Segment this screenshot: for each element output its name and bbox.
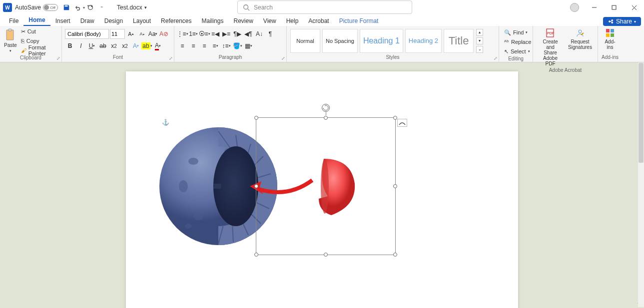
- increase-indent-button[interactable]: ▶≡: [221, 29, 231, 39]
- format-painter-button[interactable]: 🖌Format Painter: [19, 46, 58, 55]
- tab-home[interactable]: Home: [23, 15, 50, 26]
- clipboard-launcher[interactable]: ⤢: [56, 56, 60, 61]
- document-title[interactable]: Test.docx ▾: [117, 4, 147, 11]
- styles-more-icon[interactable]: ⌄: [476, 46, 483, 53]
- tab-file[interactable]: File: [4, 16, 23, 26]
- font-color-button[interactable]: A▾: [153, 41, 163, 51]
- word-app-icon: W: [3, 3, 12, 12]
- resize-handle-tl[interactable]: [254, 116, 258, 120]
- redo-button[interactable]: [85, 2, 96, 13]
- subscript-button[interactable]: x2: [109, 41, 119, 51]
- superscript-button[interactable]: x2: [120, 41, 130, 51]
- resize-handle-ml[interactable]: [254, 184, 258, 188]
- bold-button[interactable]: B: [65, 41, 75, 51]
- document-area[interactable]: ⚓: [0, 62, 644, 308]
- tab-review[interactable]: Review: [229, 16, 258, 26]
- style-title[interactable]: Title: [444, 29, 474, 53]
- highlight-button[interactable]: ab▾: [142, 41, 152, 51]
- change-case-button[interactable]: Aa▾: [148, 29, 158, 39]
- resize-handle-br[interactable]: [393, 253, 397, 257]
- font-size-select[interactable]: [110, 29, 125, 39]
- resize-handle-bl[interactable]: [254, 253, 258, 257]
- tab-acrobat[interactable]: Acrobat: [303, 16, 334, 26]
- styles-launcher[interactable]: ⤢: [494, 56, 498, 61]
- tab-insert[interactable]: Insert: [50, 16, 75, 26]
- align-left-button[interactable]: ≡: [177, 41, 187, 51]
- create-pdf-button[interactable]: PDF Create and Share Adobe PDF: [536, 27, 565, 67]
- layout-options-button[interactable]: [397, 119, 407, 127]
- decrease-indent-button[interactable]: ≡◀: [210, 29, 220, 39]
- font-launcher[interactable]: ⤢: [169, 56, 173, 61]
- tab-references[interactable]: References: [156, 16, 196, 26]
- resize-handle-tr[interactable]: [393, 116, 397, 120]
- bullets-button[interactable]: ⋮≡▾: [177, 29, 187, 39]
- sort-button[interactable]: A↓: [254, 29, 264, 39]
- share-button[interactable]: Share ▾: [603, 17, 641, 26]
- style-heading1[interactable]: Heading 1: [360, 29, 403, 53]
- tab-picture-format[interactable]: Picture Format: [334, 16, 384, 26]
- search-input[interactable]: Search: [237, 0, 412, 14]
- numbering-button[interactable]: 1≡▾: [188, 29, 198, 39]
- tab-layout[interactable]: Layout: [128, 16, 156, 26]
- paragraph-launcher[interactable]: ⤢: [281, 56, 285, 61]
- underline-button[interactable]: U▾: [87, 41, 97, 51]
- find-button[interactable]: 🔍Find▾: [502, 28, 533, 37]
- tab-view[interactable]: View: [258, 16, 281, 26]
- align-right-button[interactable]: ≡: [199, 41, 209, 51]
- styles-up-icon[interactable]: ▴: [476, 29, 483, 36]
- save-button[interactable]: [61, 2, 72, 13]
- maximize-button[interactable]: [604, 0, 624, 15]
- multilevel-button[interactable]: ⦿≡▾: [199, 29, 209, 39]
- resize-handle-mr[interactable]: [393, 184, 397, 188]
- style-normal[interactable]: Normal: [290, 29, 320, 53]
- svg-text:PDF: PDF: [547, 31, 554, 35]
- borders-button[interactable]: ▦▾: [243, 41, 253, 51]
- clear-format-button[interactable]: A⊘: [159, 29, 169, 39]
- justify-button[interactable]: ≡▾: [210, 41, 220, 51]
- shading-button[interactable]: 🪣▾: [232, 41, 242, 51]
- increase-font-button[interactable]: A▴: [126, 29, 136, 39]
- autosave-toggle[interactable]: AutoSave Off: [15, 4, 58, 11]
- tab-design[interactable]: Design: [99, 16, 128, 26]
- style-heading2[interactable]: Heading 2: [405, 29, 442, 53]
- request-signatures-button[interactable]: Request Signatures: [566, 27, 595, 51]
- show-marks-button[interactable]: ¶: [265, 29, 275, 39]
- resize-handle-tm[interactable]: [324, 116, 328, 120]
- text-effects-button[interactable]: A▾: [131, 41, 141, 51]
- tab-draw[interactable]: Draw: [75, 16, 99, 26]
- vertical-scrollbar[interactable]: [638, 62, 644, 307]
- align-center-button[interactable]: ≡: [188, 41, 198, 51]
- scrollbar-thumb[interactable]: [639, 63, 644, 163]
- line-spacing-button[interactable]: ↕≡▾: [221, 41, 231, 51]
- user-avatar[interactable]: [570, 3, 579, 12]
- rotate-handle[interactable]: [322, 104, 330, 112]
- strikethrough-button[interactable]: ab: [98, 41, 108, 51]
- minimize-button[interactable]: [584, 0, 604, 15]
- undo-button[interactable]: [72, 2, 83, 13]
- svg-point-16: [188, 158, 198, 165]
- styles-scroll[interactable]: ▴ ▾ ⌄: [476, 29, 483, 53]
- resize-handle-bm[interactable]: [324, 253, 328, 257]
- tab-mailings[interactable]: Mailings: [196, 16, 228, 26]
- styles-down-icon[interactable]: ▾: [476, 37, 483, 44]
- qat-customize-button[interactable]: ⁼: [96, 2, 107, 13]
- select-button[interactable]: ↖Select▾: [502, 47, 533, 56]
- ltr-button[interactable]: ¶▶: [232, 29, 242, 39]
- paste-button[interactable]: Paste ▾: [3, 27, 18, 54]
- close-button[interactable]: [624, 0, 644, 15]
- cursor-icon: ↖: [504, 48, 509, 55]
- style-no-spacing[interactable]: No Spacing: [322, 29, 358, 53]
- selection-frame[interactable]: [256, 117, 396, 255]
- tab-help[interactable]: Help: [281, 16, 304, 26]
- rtl-button[interactable]: ◀¶: [243, 29, 253, 39]
- italic-button[interactable]: I: [76, 41, 86, 51]
- addins-button[interactable]: Add-ins: [601, 27, 619, 51]
- page[interactable]: ⚓: [126, 71, 518, 308]
- group-font: A▴ A▾ Aa▾ A⊘ B I U▾ ab x2 x2 A▾ ab▾ A▾ F…: [62, 26, 174, 62]
- autosave-switch[interactable]: Off: [43, 4, 58, 11]
- cut-button[interactable]: ✂Cut: [19, 27, 58, 36]
- replace-button[interactable]: ᴬᵇReplace: [502, 37, 533, 46]
- decrease-font-button[interactable]: A▾: [137, 29, 147, 39]
- search-icon: [243, 4, 250, 11]
- font-family-select[interactable]: [65, 29, 109, 39]
